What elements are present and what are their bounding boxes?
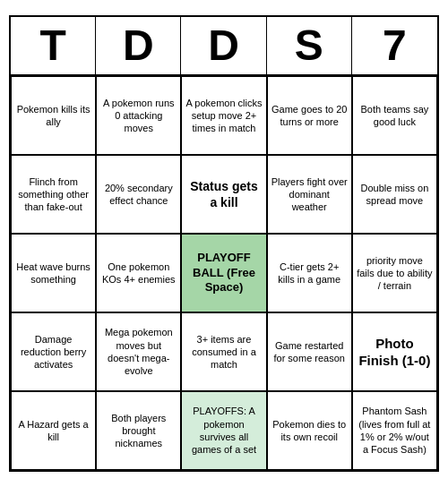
bingo-cell-6: 20% secondary effect chance xyxy=(96,155,181,234)
header-letter-0: T xyxy=(11,17,96,74)
bingo-header: TDDS7 xyxy=(11,17,437,76)
bingo-cell-1: A pokemon runs 0 attacking moves xyxy=(96,76,181,155)
bingo-cell-7: Status gets a kill xyxy=(181,155,266,234)
bingo-cell-4: Both teams say good luck xyxy=(352,76,437,155)
bingo-cell-14: priority move fails due to ability / ter… xyxy=(352,234,437,312)
header-letter-3: S xyxy=(267,17,352,74)
bingo-cell-16: Mega pokemon moves but doesn't mega-evol… xyxy=(96,312,181,391)
bingo-cell-17: 3+ items are consumed in a match xyxy=(181,312,266,391)
bingo-cell-13: C-tier gets 2+ kills in a game xyxy=(267,234,352,312)
bingo-cell-24: Phantom Sash (lives from full at 1% or 2… xyxy=(352,391,437,470)
header-letter-4: 7 xyxy=(352,17,437,74)
bingo-cell-12: PLAYOFF BALL (Free Space) xyxy=(181,234,266,312)
bingo-grid: Pokemon kills its allyA pokemon runs 0 a… xyxy=(11,76,437,470)
bingo-cell-19: Photo Finish (1-0) xyxy=(352,312,437,391)
header-letter-2: D xyxy=(181,17,266,74)
bingo-cell-15: Damage reduction berry activates xyxy=(11,312,96,391)
bingo-cell-11: One pokemon KOs 4+ enemies xyxy=(96,234,181,312)
bingo-cell-9: Double miss on spread move xyxy=(352,155,437,234)
bingo-cell-2: A pokemon clicks setup move 2+ times in … xyxy=(181,76,266,155)
bingo-cell-18: Game restarted for some reason xyxy=(267,312,352,391)
bingo-cell-10: Heat wave burns something xyxy=(11,234,96,312)
bingo-cell-3: Game goes to 20 turns or more xyxy=(267,76,352,155)
bingo-cell-22: PLAYOFFS: A pokemon survives all games o… xyxy=(181,391,266,470)
bingo-card: TDDS7 Pokemon kills its allyA pokemon ru… xyxy=(9,15,439,472)
bingo-cell-8: Players fight over dominant weather xyxy=(267,155,352,234)
bingo-cell-21: Both players brought nicknames xyxy=(96,391,181,470)
bingo-cell-23: Pokemon dies to its own recoil xyxy=(267,391,352,470)
bingo-cell-20: A Hazard gets a kill xyxy=(11,391,96,470)
header-letter-1: D xyxy=(96,17,181,74)
bingo-cell-0: Pokemon kills its ally xyxy=(11,76,96,155)
bingo-cell-5: Flinch from something other than fake-ou… xyxy=(11,155,96,234)
